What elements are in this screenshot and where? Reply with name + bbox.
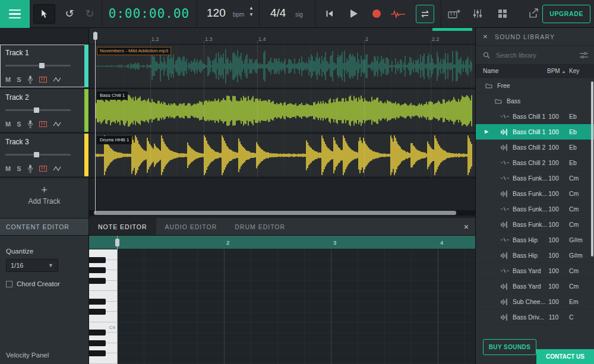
tab-note-editor[interactable]: NOTE EDITOR	[89, 218, 156, 235]
arrangement-timeline[interactable]: 1.21.31.422.2 Novembers - Mild Addiction…	[89, 28, 475, 218]
tab-audio-editor[interactable]: AUDIO EDITOR	[156, 218, 226, 235]
folder-row[interactable]: Bass	[476, 93, 594, 109]
loop-region[interactable]	[432, 28, 472, 31]
track-header-2[interactable]: Track 2 M S	[0, 89, 89, 134]
redo-button[interactable]: ↻	[82, 6, 97, 21]
checkbox-box[interactable]	[6, 281, 12, 287]
solo-button[interactable]: S	[17, 165, 21, 172]
volume-slider-thumb[interactable]	[34, 152, 39, 157]
play-button[interactable]	[349, 9, 358, 18]
playhead-handle[interactable]	[93, 32, 97, 40]
mic-icon[interactable]	[27, 75, 33, 84]
upgrade-button[interactable]: UPGRADE	[542, 5, 590, 23]
close-icon[interactable]: ×	[464, 218, 469, 236]
loop-button[interactable]	[416, 5, 434, 23]
contact-us-button[interactable]: CONTACT US	[536, 349, 594, 364]
audio-clip[interactable]: Bass Chill 1	[95, 90, 475, 131]
library-row[interactable]: Bass Yard100Cm	[476, 263, 594, 278]
tab-drum-editor[interactable]: DRUM EDITOR	[226, 218, 294, 235]
scrollbar-thumb[interactable]	[591, 81, 593, 257]
column-key[interactable]: Key	[569, 65, 579, 78]
scrollbar-thumb[interactable]	[94, 211, 456, 215]
volume-slider[interactable]	[5, 65, 71, 67]
skip-to-start-button[interactable]	[326, 10, 334, 18]
piano-roll[interactable]: C4	[89, 249, 475, 364]
add-instrument-button[interactable]	[448, 9, 460, 19]
mixer-button[interactable]	[473, 9, 482, 18]
folder-row[interactable]: Free	[476, 78, 594, 93]
undo-button[interactable]: ↺	[62, 6, 77, 21]
audio-clip[interactable]: Novembers - Mild Addiction.mp3	[95, 45, 475, 87]
library-row[interactable]: Bass Hip100G#m	[476, 248, 594, 263]
buy-sounds-button[interactable]: BUY SOUNDS	[483, 339, 536, 355]
track-lane[interactable]: Novembers - Mild Addiction.mp3	[89, 45, 475, 89]
mic-icon[interactable]	[27, 120, 33, 128]
solo-button[interactable]: S	[17, 121, 21, 128]
volume-slider-thumb[interactable]	[39, 63, 45, 68]
mute-button[interactable]: M	[5, 121, 11, 128]
piano-key-black[interactable]	[89, 299, 106, 305]
record-button[interactable]	[372, 9, 381, 18]
volume-slider[interactable]	[5, 154, 71, 156]
menu-button[interactable]	[0, 0, 30, 28]
column-bpm[interactable]: BPM ▲	[547, 65, 565, 78]
search-input[interactable]	[496, 49, 568, 61]
automation-icon[interactable]	[53, 77, 61, 83]
cursor-tool-button[interactable]	[33, 4, 55, 24]
mic-icon[interactable]	[27, 164, 33, 173]
column-name[interactable]: Name	[483, 65, 499, 78]
add-track-button[interactable]: + Add Track	[0, 178, 89, 218]
library-row[interactable]: Bass Funk...100Cm	[476, 201, 594, 217]
piano-key-black[interactable]	[89, 267, 106, 273]
editor-playhead-handle[interactable]	[115, 239, 119, 246]
track-color-strip[interactable]	[84, 134, 89, 176]
track-color-strip[interactable]	[84, 45, 89, 87]
library-row[interactable]: Bass Funk...100Cm	[476, 186, 594, 201]
timeline-ruler[interactable]: 1.21.31.422.2	[89, 28, 475, 45]
chord-creator-checkbox[interactable]: Chord Creator	[6, 280, 83, 287]
bpm-decrement-button[interactable]: ▼	[249, 12, 254, 17]
share-button[interactable]	[529, 8, 539, 18]
bpm-value[interactable]: 120	[207, 7, 226, 20]
mute-button[interactable]: M	[5, 165, 11, 172]
note-grid[interactable]	[117, 249, 475, 364]
library-row[interactable]: ▶Bass Chill 1100Eb	[476, 124, 594, 140]
bpm-increment-button[interactable]: ▲	[249, 6, 254, 11]
track-color-strip[interactable]	[84, 89, 89, 132]
library-row[interactable]: Bass Funk...100Cm	[476, 170, 594, 186]
library-row[interactable]: Bass Chill 1100Eb	[476, 109, 594, 124]
instrument-icon[interactable]	[39, 77, 47, 83]
library-row[interactable]: Bass Hip100G#m	[476, 232, 594, 248]
piano-key-black[interactable]	[89, 309, 106, 315]
piano-key-black[interactable]	[89, 257, 106, 263]
automation-icon[interactable]	[53, 121, 61, 127]
instrument-icon[interactable]	[39, 121, 47, 127]
editor-ruler[interactable]: 234	[89, 236, 475, 249]
horizontal-scrollbar[interactable]	[89, 210, 475, 216]
track-header-1[interactable]: Track 1 M S	[0, 45, 89, 89]
library-row[interactable]: Bass Funk...100Cm	[476, 217, 594, 232]
piano-key-black[interactable]	[89, 330, 106, 335]
automation-icon[interactable]	[53, 166, 61, 172]
mute-button[interactable]: M	[5, 76, 11, 83]
filter-icon[interactable]	[580, 52, 588, 59]
track-lane[interactable]: Bass Chill 1	[89, 89, 475, 134]
close-icon[interactable]: ×	[483, 28, 488, 46]
library-row[interactable]: Sub Chee...100Em	[476, 294, 594, 309]
velocity-panel-label[interactable]: Velocity Panel	[6, 352, 49, 359]
audio-clip[interactable]: Drums HHB 1	[95, 134, 475, 176]
quantize-select[interactable]: 1/16 ▼	[6, 259, 58, 272]
time-signature-value[interactable]: 4/4	[270, 7, 286, 20]
live-waveform-icon[interactable]	[391, 10, 405, 18]
library-row[interactable]: Bass Chill 2100Eb	[476, 155, 594, 170]
solo-button[interactable]: S	[17, 76, 21, 83]
library-row[interactable]: Bass Driv...110C	[476, 309, 594, 325]
track-lane[interactable]: Drums HHB 1	[89, 134, 475, 178]
piano-key-black[interactable]	[89, 340, 106, 346]
track-header-3[interactable]: Track 3 M S	[0, 134, 89, 178]
library-row[interactable]: Bass Yard100Cm	[476, 278, 594, 294]
volume-slider[interactable]	[5, 109, 71, 111]
pads-button[interactable]	[498, 9, 507, 18]
piano-key-black[interactable]	[89, 278, 106, 284]
library-row[interactable]: Bass Chill 2100Eb	[476, 140, 594, 155]
